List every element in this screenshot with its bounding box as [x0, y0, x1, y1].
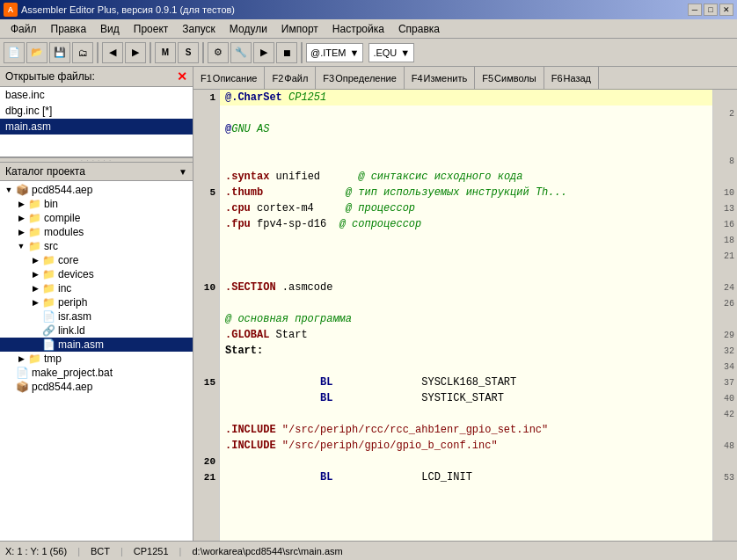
r-line-7: 10: [713, 185, 737, 200]
tree-item-makebat[interactable]: 📄 make_project.bat: [0, 366, 193, 380]
tb-btn-1[interactable]: ⚙: [208, 42, 229, 63]
expander-inc[interactable]: ▶: [28, 284, 42, 293]
expander-tmp[interactable]: ▶: [14, 354, 28, 363]
r-line-19: 37: [713, 375, 737, 390]
menu-file[interactable]: Файл: [4, 21, 44, 37]
menu-settings[interactable]: Настройка: [325, 21, 391, 37]
func-f6[interactable]: F6 Назад: [544, 67, 599, 89]
func-f3[interactable]: F3 Определение: [316, 67, 404, 89]
line-num-4: [193, 137, 219, 153]
code-line-21: [220, 406, 712, 422]
func-f4[interactable]: F4 Изменить: [405, 67, 475, 89]
tree-item-tmp[interactable]: ▶ 📁 tmp: [0, 352, 193, 366]
menu-import[interactable]: Импорт: [274, 21, 325, 37]
tree-item-root[interactable]: ▼ 📦 pcd8544.aep: [0, 183, 193, 197]
forward-button[interactable]: ▶: [125, 42, 146, 63]
func-f5[interactable]: F5 Символы: [475, 67, 544, 89]
expander-core[interactable]: ▶: [28, 256, 42, 265]
menu-help[interactable]: Справка: [391, 21, 447, 37]
line-num-3: [193, 121, 219, 137]
tree-item-bin[interactable]: ▶ 📁 bin: [0, 197, 193, 211]
r-line-12: [713, 264, 737, 280]
tree-item-modules[interactable]: ▶ 📁 modules: [0, 225, 193, 239]
file-isr-icon: 📄: [42, 310, 55, 323]
save-file-button[interactable]: 💾: [49, 42, 70, 63]
equ-dropdown[interactable]: .EQU ▼: [368, 43, 414, 62]
tb-btn-4[interactable]: ⏹: [276, 42, 297, 63]
menu-project[interactable]: Проект: [127, 21, 176, 37]
expander-compile[interactable]: ▶: [14, 214, 28, 222]
f5-key: F5: [482, 73, 493, 84]
code-line-2: [220, 105, 712, 121]
expander-modules[interactable]: ▶: [14, 228, 28, 236]
line-num-25: 21: [193, 469, 219, 485]
tree-label-periph: periph: [58, 296, 87, 309]
new-file-button[interactable]: 📄: [4, 42, 25, 63]
file-item-dbg[interactable]: dbg.inc [*]: [0, 103, 193, 119]
tree-label-makebat: make_project.bat: [32, 367, 113, 379]
expander-bin[interactable]: ▶: [14, 200, 28, 208]
tree-label-bin: bin: [44, 198, 58, 210]
minimize-button[interactable]: ─: [688, 4, 702, 16]
tree-item-periph[interactable]: ▶ 📁 periph: [0, 295, 193, 309]
project-panel-arrow[interactable]: ▼: [179, 167, 187, 177]
expander-periph[interactable]: ▶: [28, 298, 42, 307]
project-panel-title: Каталог проекта: [5, 165, 85, 178]
tree-item-compile[interactable]: ▶ 📁 compile: [0, 211, 193, 225]
tree-item-core[interactable]: ▶ 📁 core: [0, 253, 193, 267]
tree-item-link[interactable]: 🔗 link.ld: [0, 324, 193, 338]
file-item-base[interactable]: base.inc: [0, 87, 193, 103]
menu-view[interactable]: Вид: [93, 21, 127, 37]
expander-src[interactable]: ▼: [14, 242, 28, 251]
maximize-button[interactable]: □: [704, 4, 718, 16]
cursor-position: X: 1 : Y: 1 (56): [5, 546, 67, 556]
line-num-19: 15: [193, 375, 219, 390]
expander-devices[interactable]: ▶: [28, 270, 42, 279]
r-line-3: [713, 121, 737, 137]
tree-item-isr[interactable]: 📄 isr.asm: [0, 309, 193, 324]
tree-label-core: core: [58, 254, 78, 266]
asm-button[interactable]: S: [178, 42, 199, 63]
expander-root[interactable]: ▼: [2, 185, 16, 194]
r-line-13: 24: [713, 280, 737, 295]
code-line-19: BL SYSCLK168_START: [220, 375, 712, 390]
item-dropdown[interactable]: @.ITEM ▼: [306, 43, 363, 62]
tb-btn-2[interactable]: 🔧: [230, 42, 252, 63]
menu-run[interactable]: Запуск: [175, 21, 223, 37]
code-content[interactable]: @.CharSet CP1251 @GNU AS .syntax unified…: [220, 90, 712, 541]
file-item-main[interactable]: main.asm: [0, 119, 193, 135]
code-line-20: BL SYSTICK_START: [220, 390, 712, 406]
code-editor[interactable]: 1 5 10 15: [193, 90, 737, 541]
folder-periph-icon: 📁: [42, 296, 55, 309]
func-f1[interactable]: F1 Описание: [193, 67, 265, 89]
menu-modules[interactable]: Модули: [223, 21, 274, 37]
code-line-10: [220, 232, 712, 248]
equ-dropdown-value: .EQU: [373, 47, 397, 58]
menu-edit[interactable]: Правка: [44, 21, 94, 37]
save-all-button[interactable]: 🗂: [72, 42, 93, 63]
tree-item-mainasm[interactable]: 📄 main.asm: [0, 338, 193, 352]
r-line-6: [713, 169, 737, 185]
tree-item-src[interactable]: ▼ 📁 src: [0, 239, 193, 253]
back-button[interactable]: ◀: [102, 42, 123, 63]
tree-item-devices[interactable]: ▶ 📁 devices: [0, 267, 193, 281]
main-layout: Открытые файлы: ✕ base.inc dbg.inc [*] m…: [0, 67, 737, 541]
folder-src-icon: 📁: [28, 240, 41, 252]
code-line-17: Start:: [220, 343, 712, 359]
code-line-1: @.CharSet CP1251: [220, 90, 712, 105]
open-files-close[interactable]: ✕: [177, 69, 187, 84]
close-button[interactable]: ✕: [719, 4, 733, 16]
status-bar: X: 1 : Y: 1 (56) | BCT | CP1251 | d:\wor…: [0, 541, 737, 560]
status-sep-3: |: [179, 546, 182, 556]
func-f2[interactable]: F2 Файл: [265, 67, 316, 89]
f4-key: F4: [412, 73, 423, 84]
tree-item-inc[interactable]: ▶ 📁 inc: [0, 281, 193, 295]
line-num-2: [193, 105, 219, 121]
code-line-24: [220, 454, 712, 469]
macro-button[interactable]: M: [155, 42, 176, 63]
open-files-title: Открытые файлы:: [5, 70, 95, 83]
tree-item-aep2[interactable]: 📦 pcd8544.aep: [0, 380, 193, 394]
line-num-18: [193, 359, 219, 375]
tb-btn-3[interactable]: ▶: [253, 42, 274, 63]
open-file-button[interactable]: 📂: [26, 42, 47, 63]
